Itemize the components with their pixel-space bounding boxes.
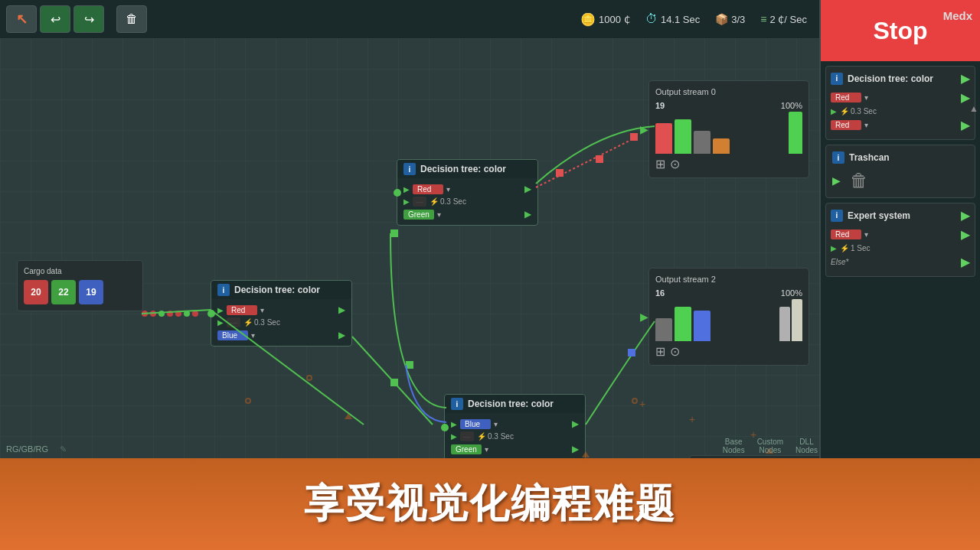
bar2-light bbox=[779, 307, 790, 341]
panel-scroll-arrow[interactable]: ▲ bbox=[969, 103, 978, 114]
trashcan-play-btn[interactable]: ▶ bbox=[832, 174, 841, 187]
dt-bot-badge: i bbox=[451, 398, 463, 410]
main-canvas[interactable]: Cargo data 20 22 19 Output stream 0 19 bbox=[0, 38, 819, 497]
panel-dt-1-title: Decision tree: color bbox=[848, 73, 956, 84]
undo-button[interactable]: ↩ bbox=[40, 5, 70, 33]
dt-bot-speed-icon: ⚡ bbox=[477, 432, 486, 441]
svg-rect-1 bbox=[596, 155, 603, 163]
coins-value: 1000 bbox=[599, 14, 621, 25]
dt-mid-minus: — bbox=[227, 317, 240, 327]
dt-bot-dropdown2: ▾ bbox=[485, 445, 488, 454]
decision-tree-mid[interactable]: i Decision tree: color ▶ Red ▾ ▶ ▶ — ⚡ 0… bbox=[211, 280, 352, 347]
dt-top-color1: Red bbox=[413, 184, 443, 194]
target-icon: ⊙ bbox=[670, 157, 680, 171]
dt-bot-timer: ⚡ 0.3 Sec bbox=[477, 432, 514, 441]
panel-dt-1-badge: i bbox=[831, 73, 843, 85]
redo-icon: ↪ bbox=[84, 12, 94, 27]
custom-nodes-nav[interactable]: Custom Nodes bbox=[757, 438, 783, 454]
base-nodes-nav[interactable]: Base Nodes bbox=[723, 438, 745, 454]
cargo-item-red: 20 bbox=[24, 280, 48, 304]
dt-mid-speed-icon: ⚡ bbox=[243, 318, 253, 327]
dt-top-play2: ▶ bbox=[403, 197, 410, 206]
dt-bot-title: Decision tree: color bbox=[468, 399, 554, 409]
dt-mid-badge: i bbox=[217, 284, 230, 296]
dt-mid-row1: ▶ Red ▾ ▶ bbox=[217, 304, 345, 315]
panel-expert-color1: Red bbox=[831, 229, 861, 239]
dt-bot-timer-row: ▶ — ⚡ 0.3 Sec bbox=[451, 431, 579, 441]
panel-dt-1-right-arrow2: ▶ bbox=[961, 118, 970, 132]
panel-dt-1-timer-row: ▶ ⚡ 0.3 Sec bbox=[831, 107, 970, 116]
deco-tri-3 bbox=[345, 413, 352, 419]
redo-button[interactable]: ↪ bbox=[74, 5, 104, 33]
deco-circle-1 bbox=[632, 398, 638, 404]
panel-expert-card[interactable]: i Expert system ▶ Red ▾ ▶ ▶ ⚡ 1 Sec Else… bbox=[825, 203, 975, 277]
dt-mid-dropdown2: ▾ bbox=[251, 331, 255, 340]
coins-stat: 🪙 1000 ₵ bbox=[574, 12, 636, 27]
cargo-blue-value: 19 bbox=[86, 287, 96, 298]
layers-icon-2: ⊞ bbox=[655, 344, 665, 359]
output-2-percent: 100% bbox=[781, 288, 802, 298]
dt-top-body: ▶ Red ▾ ▶ ▶ — ⚡ 0.3 Sec Green ▾ ▶ bbox=[397, 178, 537, 225]
dt-top-timer: ⚡ 0.3 Sec bbox=[430, 197, 466, 206]
dt-top-title: Decision tree: color bbox=[420, 164, 506, 174]
edit-icon: ✎ bbox=[60, 444, 67, 454]
panel-expert-row1: Red ▾ ▶ bbox=[831, 227, 970, 242]
target-icon-2: ⊙ bbox=[670, 344, 680, 359]
deco-circle-2 bbox=[245, 398, 251, 404]
bar-green bbox=[675, 119, 691, 154]
cargo-item-green: 22 bbox=[51, 280, 76, 304]
cargo-green-value: 22 bbox=[58, 287, 68, 298]
dt-mid-color1: Red bbox=[227, 305, 257, 315]
dt-bot-color2: Green bbox=[451, 444, 482, 454]
dt-bot-timer-val: 0.3 Sec bbox=[488, 432, 514, 441]
panel-dt-1-row1: Red ▾ ▶ bbox=[831, 90, 970, 105]
dt-bot-minus: — bbox=[460, 431, 474, 441]
dt-top-speed-icon: ⚡ bbox=[430, 197, 439, 206]
dt-mid-dropdown1: ▾ bbox=[260, 306, 264, 314]
dt-top-arrow2: ▶ bbox=[524, 209, 531, 220]
cursor-button[interactable]: ↖ bbox=[6, 5, 37, 33]
panel-expert-else: Else* bbox=[831, 258, 848, 266]
dt-top-row2: Green ▾ ▶ bbox=[403, 209, 531, 220]
decision-tree-bottom[interactable]: i Decision tree: color ▶ Blue ▾ ▶ ▶ — ⚡ … bbox=[444, 394, 586, 461]
dt-top-play: ▶ bbox=[403, 185, 410, 194]
dt-mid-left-port bbox=[207, 310, 215, 317]
bar-gray bbox=[694, 131, 710, 154]
delete-button[interactable]: 🗑 bbox=[116, 5, 147, 33]
dll-nodes-nav[interactable]: DLL Nodes bbox=[795, 438, 818, 454]
cursor-icon: ↖ bbox=[16, 11, 28, 28]
dt-top-dropdown2: ▾ bbox=[437, 210, 441, 219]
username-display: Medx bbox=[943, 9, 972, 22]
panel-expert-arrow: ▶ bbox=[961, 208, 970, 223]
coin-icon: 🪙 bbox=[580, 12, 596, 27]
panel-expert-drop1: ▾ bbox=[864, 230, 868, 239]
panel-expert-header: i Expert system ▶ bbox=[831, 208, 970, 223]
boxes-value: 3/3 bbox=[731, 14, 745, 25]
trash-icon: 🗑 bbox=[126, 12, 138, 26]
layers-icon: ⊞ bbox=[655, 157, 665, 171]
dt-bot-row1: ▶ Blue ▾ ▶ bbox=[451, 418, 579, 429]
bar2-gray bbox=[655, 318, 672, 341]
cargo-data-box: Cargo data 20 22 19 bbox=[17, 260, 143, 311]
panel-trashcan-title: Trashcan bbox=[849, 152, 969, 163]
bar2-blue bbox=[694, 311, 710, 341]
panel-trashcan-card[interactable]: i Trashcan ▶ 🗑 bbox=[825, 145, 975, 198]
deco-plus-2: + bbox=[639, 398, 645, 410]
panel-dt-1-arrow: ▶ bbox=[961, 71, 970, 86]
dt-bot-header: i Decision tree: color bbox=[445, 395, 585, 413]
cargo-items: 20 22 19 bbox=[24, 280, 136, 304]
panel-expert-badge: i bbox=[831, 210, 843, 222]
bottom-banner: 享受视觉化编程难题 bbox=[0, 458, 980, 550]
panel-dt-card-1[interactable]: i Decision tree: color ▶ Red ▾ ▶ ▶ ⚡ 0.3… bbox=[825, 66, 975, 140]
decision-tree-top[interactable]: i Decision tree: color ▶ Red ▾ ▶ ▶ — ⚡ 0… bbox=[397, 159, 538, 226]
stop-label: Stop bbox=[873, 17, 927, 45]
panel-trashcan-badge: i bbox=[832, 151, 844, 164]
output-2-count: 16 bbox=[655, 288, 710, 298]
speed-icon: ≡ bbox=[760, 13, 766, 25]
panel-expert-right-arrow2: ▶ bbox=[961, 255, 970, 269]
banner-text: 享受视觉化编程难题 bbox=[304, 477, 676, 531]
panel-expert-right-arrow: ▶ bbox=[961, 227, 970, 242]
panel-dt-1-drop1: ▾ bbox=[864, 93, 868, 102]
timer-icon: ⏱ bbox=[645, 12, 658, 26]
cargo-item-blue: 19 bbox=[79, 280, 103, 304]
